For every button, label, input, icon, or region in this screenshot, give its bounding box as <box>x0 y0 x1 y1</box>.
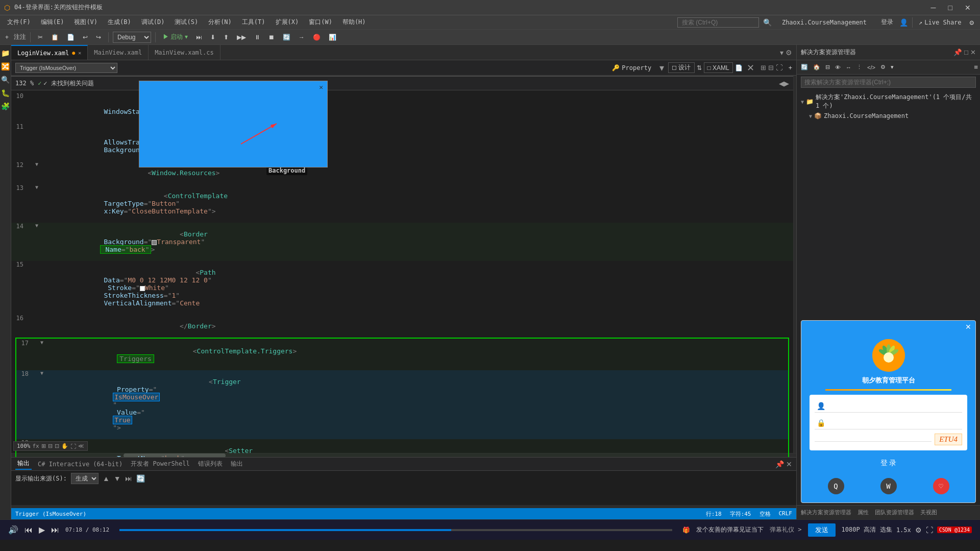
right-panel-pin-btn[interactable]: 📌 <box>953 49 962 56</box>
player-resolution[interactable]: 1080P 高清 <box>842 525 876 534</box>
output-copy-btn[interactable]: ⏭ <box>125 474 132 483</box>
step-over-button[interactable]: ⏭ <box>193 33 205 42</box>
close-window-button[interactable]: ✕ <box>960 3 976 13</box>
minimize-button[interactable]: ─ <box>926 3 941 13</box>
scroll-left-btn[interactable]: ◀ <box>779 80 784 87</box>
sidebar-git-icon[interactable]: 🔀 <box>0 60 12 73</box>
output-down-btn[interactable]: ▼ <box>114 474 121 483</box>
player-next-btn[interactable]: ⏭ <box>51 525 59 535</box>
right-panel-close-btn2[interactable]: ✕ <box>970 49 976 56</box>
source-select[interactable]: 生成 <box>71 473 99 484</box>
editor-header-dropdown[interactable]: ▾ <box>659 62 664 74</box>
player-select[interactable]: 选集 <box>880 525 892 534</box>
player-play-btn[interactable]: ▶ <box>39 525 45 535</box>
project-item[interactable]: ▼ 📦 Zhaoxi.CourseManagement <box>797 111 980 121</box>
menu-debug[interactable]: 调试(D) <box>136 16 170 29</box>
menu-view[interactable]: 视图(V) <box>69 16 103 29</box>
sol-git-btn[interactable]: ⋮ <box>854 63 864 71</box>
tab-close-icon[interactable]: ✕ <box>78 50 81 56</box>
player-progress-bar[interactable] <box>119 529 672 531</box>
split-h-btn[interactable]: ⊞ <box>761 64 766 71</box>
social-icon-1[interactable]: Q <box>828 478 844 494</box>
sol-more-btn[interactable]: ▾ <box>889 63 896 71</box>
paste-button[interactable]: 📄 <box>64 33 78 42</box>
sidebar-solution-icon[interactable]: 📁 <box>0 47 12 59</box>
xaml-view-btn[interactable]: □ XAML <box>704 62 733 73</box>
fit-btn[interactable]: ⛶ <box>70 443 76 449</box>
more-btn[interactable]: ≪ <box>78 443 84 449</box>
social-icon-3[interactable]: ♡ <box>933 478 949 494</box>
tab-layout-button[interactable]: ⚙ <box>786 49 792 57</box>
menu-test[interactable]: 测试(S) <box>169 16 203 29</box>
restart-button[interactable]: 🔄 <box>280 33 293 42</box>
right-bottom-tab-2[interactable]: 属性 <box>857 509 869 516</box>
gift-btn[interactable]: 🎁 <box>682 526 690 534</box>
collapse-12[interactable]: ▼ <box>35 161 38 167</box>
right-panel-float-btn[interactable]: □ <box>964 49 968 56</box>
sidebar-ext-icon[interactable]: 🧩 <box>0 100 12 112</box>
player-prev-btn[interactable]: ⏮ <box>24 525 33 535</box>
tab-loginview-xaml[interactable]: LoginView.xaml ● ✕ <box>11 45 88 60</box>
menu-build[interactable]: 生成(B) <box>103 16 136 29</box>
player-speed[interactable]: 1.5x <box>896 526 911 534</box>
sol-collapse-btn[interactable]: ⊟ <box>823 63 832 71</box>
search-icon[interactable]: 🔍 <box>763 18 772 27</box>
editor-trigger-select[interactable]: Trigger (IsMouseOver) <box>15 63 117 73</box>
tab-mainview-xaml[interactable]: MainView.xaml <box>88 45 149 60</box>
collapse-18[interactable]: ▼ <box>40 370 43 376</box>
right-bottom-tab-1[interactable]: 解决方案资源管理器 <box>801 509 851 516</box>
performance-button[interactable]: 📊 <box>326 33 339 42</box>
bottom-tab-output[interactable]: 输出 <box>15 458 32 470</box>
run-button[interactable]: ▶▶ <box>234 33 249 42</box>
player-settings-btn[interactable]: ⚙ <box>915 526 922 534</box>
split-view-btn[interactable]: 📄 <box>735 62 743 73</box>
menu-search-input[interactable] <box>677 17 759 28</box>
undo-button[interactable]: ↩ <box>80 33 91 42</box>
grid-btn-1[interactable]: ⊞ <box>41 443 46 449</box>
breakpoint-button[interactable]: 🔴 <box>310 33 324 42</box>
cut-button[interactable]: ✂ <box>35 33 46 42</box>
collapse-13[interactable]: ▼ <box>35 184 38 190</box>
debug-mode-select[interactable]: Debug Release <box>113 32 151 43</box>
sol-props-btn[interactable]: ⚙ <box>878 63 888 71</box>
grid-btn-2[interactable]: ⊟ <box>48 443 53 449</box>
collapse-17[interactable]: ▼ <box>40 340 43 345</box>
sol-home-btn[interactable]: 🏠 <box>811 63 822 71</box>
sol-show-btn[interactable]: 👁 <box>833 63 843 71</box>
zoom-btn[interactable]: ⛶ <box>776 64 782 71</box>
menu-analyze[interactable]: 分析(N) <box>203 16 237 29</box>
app-login-btn[interactable]: 登 录 <box>810 454 967 472</box>
sol-refresh-btn[interactable]: 🔄 <box>799 63 810 71</box>
close-panel-btn[interactable]: ✕ <box>747 62 754 74</box>
show-next-button[interactable]: → <box>296 33 308 42</box>
bottom-tab-output2[interactable]: 输出 <box>229 459 245 469</box>
live-share-button[interactable]: ↗ Live Share <box>915 18 965 27</box>
step-out-button[interactable]: ⬆ <box>220 33 232 42</box>
tab-mainview-cs[interactable]: MainView.xaml.cs <box>149 45 220 60</box>
bottom-tab-errors[interactable]: 错误列表 <box>196 459 225 469</box>
bottom-panel-close-btn[interactable]: ✕ <box>786 460 792 468</box>
pause-button[interactable]: ⏸ <box>251 33 263 42</box>
app-preview-close-btn[interactable]: ✕ <box>965 323 971 331</box>
right-bottom-tab-4[interactable]: 关视图 <box>920 509 937 516</box>
scroll-right-btn[interactable]: ▶ <box>784 80 789 87</box>
step-into-button[interactable]: ⬇ <box>207 33 218 42</box>
redo-button[interactable]: ↪ <box>93 33 104 42</box>
tab-dropdown-button[interactable]: ▾ <box>780 49 783 57</box>
player-vol-btn[interactable]: 🔊 <box>8 525 18 535</box>
send-btn[interactable]: 发送 <box>808 523 836 537</box>
menu-help[interactable]: 帮助(H) <box>337 16 371 29</box>
right-bottom-tab-3[interactable]: 团队资源管理器 <box>875 509 914 516</box>
new-project-button[interactable]: + <box>2 33 12 42</box>
sol-code-btn[interactable]: </> <box>865 63 877 71</box>
editor-plus-btn[interactable]: + <box>789 64 792 71</box>
menu-edit[interactable]: 编辑(E) <box>36 16 69 29</box>
design-view-btn[interactable]: ◻ 设计 <box>668 62 694 73</box>
settings-icon[interactable]: ⚙ <box>966 18 978 27</box>
start-button[interactable]: ▶ 启动 ▾ <box>160 32 191 42</box>
menu-window[interactable]: 窗口(W) <box>304 16 337 29</box>
sidebar-search2-icon[interactable]: 🔍 <box>0 74 12 86</box>
sidebar-debug2-icon[interactable]: 🐛 <box>0 87 12 99</box>
player-fullscreen-btn[interactable]: ⛶ <box>926 526 933 534</box>
collapse-14[interactable]: ▼ <box>35 223 38 228</box>
